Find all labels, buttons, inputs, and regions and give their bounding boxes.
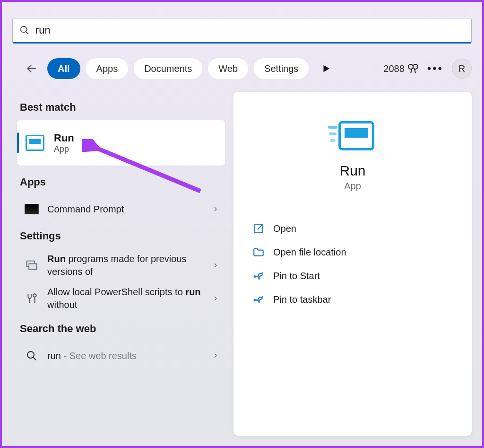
- svg-point-9: [27, 351, 34, 358]
- run-app-icon-large: [331, 121, 374, 154]
- search-icon: [25, 349, 39, 363]
- filter-tab-label: Settings: [264, 63, 298, 74]
- compat-icon: [25, 258, 39, 272]
- filter-tab-documents[interactable]: Documents: [134, 58, 202, 79]
- section-heading-settings: Settings: [20, 230, 225, 242]
- setting-result-powershell[interactable]: Allow local PowerShell scripts to run wi…: [17, 282, 225, 315]
- filter-row: All Apps Documents Web Settings 2088 •••…: [26, 58, 472, 79]
- chevron-right-icon: [212, 205, 219, 213]
- action-label: Pin to Start: [273, 271, 320, 281]
- pin-icon: [252, 293, 265, 306]
- section-heading-best-match: Best match: [20, 101, 225, 114]
- preview-subtitle: App: [251, 181, 455, 192]
- chevron-right-icon: [212, 295, 219, 302]
- search-input[interactable]: [35, 24, 465, 36]
- run-app-icon: [26, 135, 44, 151]
- section-heading-apps: Apps: [20, 176, 225, 188]
- label-bold: run: [185, 287, 200, 297]
- search-icon: [19, 25, 30, 35]
- label-after: without: [47, 299, 77, 310]
- rewards-medal-icon: [407, 63, 419, 74]
- pin-icon: [252, 270, 265, 282]
- action-open[interactable]: Open: [251, 217, 455, 240]
- setting-result-label: Allow local PowerShell scripts to run wi…: [47, 286, 212, 311]
- profile-avatar[interactable]: R: [452, 59, 472, 79]
- action-open-file-location[interactable]: Open file location: [251, 240, 455, 264]
- action-label: Open: [273, 223, 296, 234]
- best-match-title: Run: [54, 132, 74, 144]
- search-bar[interactable]: [12, 18, 472, 44]
- preview-title: Run: [251, 163, 455, 179]
- label-before: Allow local PowerShell scripts to: [47, 287, 185, 297]
- setting-result-compat[interactable]: Run programs made for previous versions …: [17, 249, 225, 282]
- more-filters-icon[interactable]: [321, 63, 331, 74]
- more-options-button[interactable]: •••: [427, 62, 443, 75]
- label-rest: programs made for previous versions of: [47, 254, 187, 277]
- app-result-label: Command Prompt: [47, 203, 212, 216]
- best-match-subtitle: App: [54, 144, 74, 154]
- filter-tab-settings[interactable]: Settings: [254, 58, 309, 79]
- filter-tab-all[interactable]: All: [47, 58, 80, 79]
- open-external-icon: [252, 222, 265, 235]
- svg-line-1: [26, 32, 29, 35]
- svg-marker-3: [324, 65, 330, 72]
- svg-point-0: [21, 26, 27, 33]
- setting-result-label: Run programs made for previous versions …: [47, 253, 212, 278]
- avatar-initial: R: [458, 63, 465, 74]
- action-label: Pin to taskbar: [273, 294, 331, 305]
- filter-tab-label: Documents: [144, 63, 192, 74]
- svg-point-4: [408, 64, 413, 69]
- web-suffix: - See web results: [61, 351, 137, 361]
- best-match-result[interactable]: Run App: [17, 120, 225, 166]
- chevron-right-icon: [212, 262, 219, 269]
- best-match-text: Run App: [54, 132, 74, 154]
- results-column: Best match Run App Apps Command Prompt S…: [17, 97, 225, 370]
- svg-point-5: [413, 64, 418, 69]
- folder-icon: [252, 246, 265, 258]
- web-query: run: [47, 351, 61, 361]
- filter-tab-apps[interactable]: Apps: [86, 58, 129, 79]
- back-icon[interactable]: [26, 62, 38, 75]
- filter-tab-label: Web: [218, 63, 238, 74]
- web-result-label: run - See web results: [47, 350, 212, 362]
- command-prompt-icon: [25, 204, 39, 214]
- preview-pane: Run App Open Open file location Pin to S…: [233, 92, 472, 436]
- filter-tab-label: All: [58, 63, 70, 74]
- action-pin-to-taskbar[interactable]: Pin to taskbar: [251, 288, 455, 311]
- web-result[interactable]: run - See web results: [17, 342, 225, 370]
- filter-tab-web[interactable]: Web: [208, 58, 248, 79]
- label-bold: Run: [47, 254, 66, 264]
- rewards-button[interactable]: 2088: [383, 63, 419, 74]
- app-result-command-prompt[interactable]: Command Prompt: [17, 195, 225, 223]
- svg-rect-7: [29, 264, 36, 270]
- developer-tools-icon: [25, 291, 39, 306]
- header-right-cluster: 2088 ••• R: [383, 59, 472, 79]
- svg-line-10: [33, 357, 36, 360]
- svg-point-8: [33, 294, 36, 297]
- action-pin-to-start[interactable]: Pin to Start: [251, 264, 455, 288]
- chevron-right-icon: [212, 352, 219, 360]
- rewards-points: 2088: [383, 63, 405, 74]
- divider: [251, 206, 455, 206]
- filter-tab-label: Apps: [96, 63, 118, 74]
- action-label: Open file location: [273, 247, 346, 258]
- section-heading-web: Search the web: [20, 323, 225, 335]
